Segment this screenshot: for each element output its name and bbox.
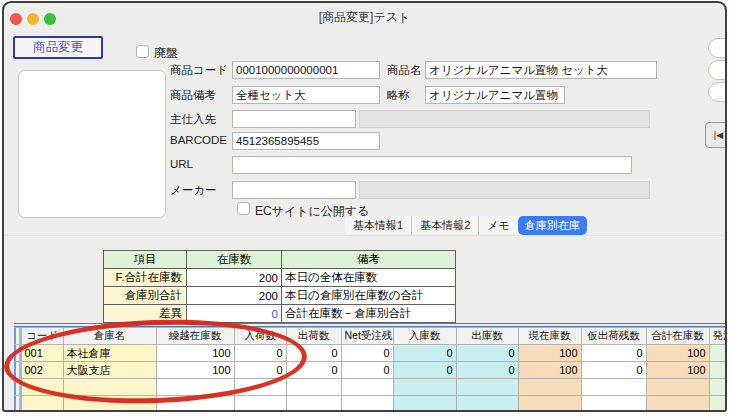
cell-arrival[interactable]: 0 <box>234 362 286 379</box>
summary-header-item: 項目 <box>104 251 187 269</box>
product-code-label: 商品コード <box>170 63 228 78</box>
cell-current-stock[interactable] <box>518 379 581 396</box>
cell-temp-shipment[interactable]: 0 <box>581 345 646 362</box>
cell-warehouse-name[interactable] <box>63 379 156 396</box>
side-button-3[interactable] <box>708 82 727 102</box>
cell-net-backorder[interactable] <box>341 396 393 413</box>
cell-stock-in[interactable]: 0 <box>393 362 456 379</box>
summary-note-text: 本日の倉庫別在庫数の合計 <box>282 287 456 305</box>
cell-temp-shipment[interactable]: 0 <box>581 362 646 379</box>
cell-code[interactable] <box>21 379 63 396</box>
panel-divider <box>4 235 725 236</box>
barcode-input[interactable] <box>232 132 380 150</box>
main-supplier-label: 主仕入先 <box>170 112 216 127</box>
first-record-icon: |◀ <box>714 130 723 140</box>
cell-carryover[interactable]: 100 <box>156 362 234 379</box>
main-supplier-input[interactable] <box>232 110 356 128</box>
url-input[interactable] <box>232 156 632 174</box>
row-selector-gutter[interactable] <box>14 362 21 379</box>
cell-stock-in[interactable]: 0 <box>393 345 456 362</box>
cell-carryover[interactable] <box>156 379 234 396</box>
tab-warehouse-stock[interactable]: 倉庫別在庫 <box>518 216 587 235</box>
cell-stock-in[interactable] <box>393 396 456 413</box>
warehouse-header-row: コード 倉庫名 繰越在庫数 入荷数 出荷数 Net受注残 入庫数 出庫数 現在庫… <box>14 328 727 345</box>
url-label: URL <box>170 158 193 170</box>
cell-warehouse-name[interactable]: 大阪支店 <box>63 362 156 379</box>
cell-carryover[interactable]: 100 <box>156 345 234 362</box>
warehouse-stock-table: コード 倉庫名 繰越在庫数 入荷数 出荷数 Net受注残 入庫数 出庫数 現在庫… <box>14 327 727 412</box>
cell-net-backorder[interactable] <box>341 379 393 396</box>
summary-row-difference: 差異 0 合計在庫数－倉庫別合計 <box>104 305 456 323</box>
cell-shipment[interactable]: 0 <box>286 345 341 362</box>
cell-net-backorder[interactable]: 0 <box>341 362 393 379</box>
app-window: [商品変更]テスト 商品変更 廃盤 商品コード 商品名 商品備考 略称 主仕入先… <box>2 1 727 412</box>
cell-current-stock[interactable] <box>518 396 581 413</box>
cell-shipment[interactable] <box>286 379 341 396</box>
cell-order-remain[interactable] <box>709 379 727 396</box>
cell-stock-out[interactable] <box>456 379 518 396</box>
cell-stock-out[interactable]: 0 <box>456 345 518 362</box>
first-record-button[interactable]: |◀ <box>705 122 727 148</box>
col-header-current-stock: 現在庫数 <box>518 328 581 345</box>
cell-carryover[interactable] <box>156 396 234 413</box>
cell-code[interactable]: 001 <box>21 345 63 362</box>
tab-memo[interactable]: メモ <box>479 216 518 235</box>
product-name-input[interactable] <box>425 61 657 79</box>
col-header-order-remain: 発注残 <box>709 328 727 345</box>
cell-stock-out[interactable]: 0 <box>456 362 518 379</box>
cell-code[interactable] <box>21 396 63 413</box>
cell-temp-shipment[interactable] <box>581 379 646 396</box>
cell-shipment[interactable] <box>286 396 341 413</box>
maker-input[interactable] <box>232 181 356 199</box>
summary-header-note: 備考 <box>282 251 456 269</box>
cell-current-stock[interactable]: 100 <box>518 345 581 362</box>
cell-arrival[interactable] <box>234 379 286 396</box>
cell-warehouse-name[interactable]: 本社倉庫 <box>63 345 156 362</box>
tab-basic-info-1[interactable]: 基本情報1 <box>345 216 412 235</box>
row-selector-gutter[interactable] <box>14 379 21 396</box>
cell-total-stock[interactable]: 100 <box>646 362 709 379</box>
col-header-warehouse-name: 倉庫名 <box>63 328 156 345</box>
cell-total-stock[interactable] <box>646 396 709 413</box>
cell-arrival[interactable]: 0 <box>234 345 286 362</box>
cell-stock-in[interactable] <box>393 379 456 396</box>
row-selector-gutter[interactable] <box>14 328 21 345</box>
cell-order-remain[interactable] <box>709 345 727 362</box>
cell-net-backorder[interactable]: 0 <box>341 345 393 362</box>
tab-bar: 基本情報1 基本情報2 メモ 倉庫別在庫 <box>345 216 587 234</box>
cell-stock-out[interactable] <box>456 396 518 413</box>
col-header-temp-shipment: 仮出荷残数 <box>581 328 646 345</box>
side-button-1[interactable] <box>708 38 727 58</box>
barcode-label: BARCODE <box>170 134 227 146</box>
col-header-net-backorder: Net受注残 <box>341 328 393 345</box>
cell-order-remain[interactable] <box>709 396 727 413</box>
cell-total-stock[interactable] <box>646 379 709 396</box>
row-selector-gutter[interactable] <box>14 396 21 413</box>
ec-publish-checkbox[interactable] <box>237 202 250 215</box>
side-button-2[interactable] <box>708 60 727 80</box>
mode-button[interactable]: 商品変更 <box>13 36 103 59</box>
tab-basic-info-2[interactable]: 基本情報2 <box>412 216 479 235</box>
row-selector-gutter[interactable] <box>14 345 21 362</box>
summary-row-by-warehouse: 倉庫別合計 200 本日の倉庫別在庫数の合計 <box>104 287 456 305</box>
summary-header-qty: 在庫数 <box>187 251 282 269</box>
table-row-empty <box>14 379 727 396</box>
summary-item-label: F.合計在庫数 <box>104 269 187 287</box>
cell-arrival[interactable] <box>234 396 286 413</box>
discontinued-checkbox[interactable] <box>136 45 149 58</box>
table-row-empty <box>14 396 727 413</box>
cell-warehouse-name[interactable] <box>63 396 156 413</box>
maker-label: メーカー <box>170 183 217 198</box>
cell-code[interactable]: 002 <box>21 362 63 379</box>
cell-current-stock[interactable]: 100 <box>518 362 581 379</box>
cell-order-remain[interactable] <box>709 362 727 379</box>
product-note-input[interactable] <box>232 86 380 104</box>
cell-total-stock[interactable]: 100 <box>646 345 709 362</box>
cell-temp-shipment[interactable] <box>581 396 646 413</box>
cell-shipment[interactable]: 0 <box>286 362 341 379</box>
title-bar[interactable]: [商品変更]テスト <box>4 3 725 30</box>
short-name-input[interactable] <box>425 86 565 104</box>
col-header-carryover: 繰越在庫数 <box>156 328 234 345</box>
product-image-box[interactable] <box>18 70 166 218</box>
product-code-input[interactable] <box>232 61 380 79</box>
